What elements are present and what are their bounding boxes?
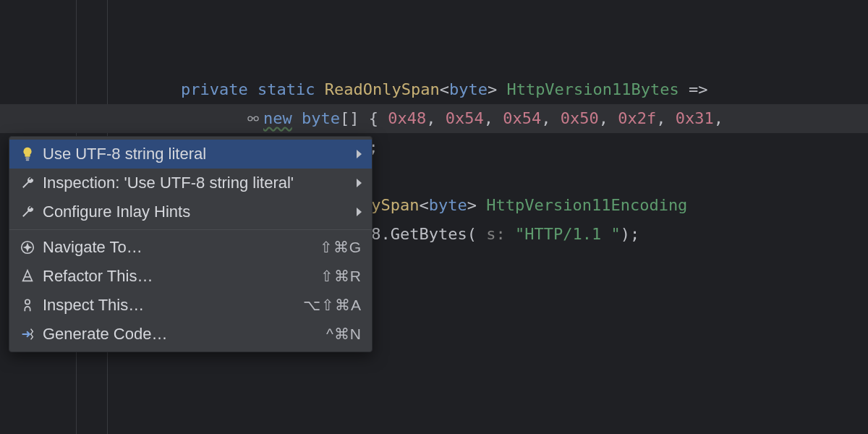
svg-point-2	[248, 116, 252, 121]
code-line-highlighted: new byte[] { 0x48, 0x54, 0x54, 0x50, 0x2…	[0, 104, 868, 133]
menu-item-refactor-this[interactable]: Refactor This… ⇧⌘R	[9, 262, 372, 291]
menu-item-use-utf8[interactable]: Use UTF-8 string literal	[9, 140, 372, 169]
keyword: new	[263, 109, 292, 127]
compass-icon	[20, 239, 35, 255]
svg-point-3	[254, 116, 258, 121]
menu-item-label: Generate Code…	[43, 325, 319, 344]
keyword: private	[181, 80, 248, 98]
menu-item-configure-inlay[interactable]: Configure Inlay Hints	[9, 197, 372, 226]
submenu-arrow-icon	[357, 179, 362, 187]
menu-item-navigate-to[interactable]: Navigate To… ⇧⌘G	[9, 233, 372, 262]
menu-separator	[9, 229, 372, 230]
menu-item-label: Navigate To…	[43, 238, 312, 257]
menu-item-generate-code[interactable]: Generate Code… ^⌘N	[9, 320, 372, 349]
bulb-icon	[20, 146, 35, 162]
shortcut: ^⌘N	[326, 326, 362, 343]
inspect-icon	[20, 297, 35, 313]
shortcut: ⌥⇧⌘A	[303, 297, 362, 314]
menu-item-label: Configure Inlay Hints	[43, 203, 341, 221]
menu-item-label: Use UTF-8 string literal	[43, 145, 341, 163]
shortcut: ⇧⌘G	[320, 239, 362, 256]
svg-point-8	[25, 299, 30, 304]
submenu-arrow-icon	[357, 208, 362, 216]
wrench-icon	[20, 204, 35, 220]
recursion-icon	[246, 106, 260, 121]
submenu-arrow-icon	[357, 150, 362, 158]
type: ReadOnlySpan	[325, 80, 440, 98]
inlay-hint: s:	[477, 225, 515, 243]
menu-item-label: Inspect This…	[43, 296, 296, 315]
intention-menu: Use UTF-8 string literal Inspection: 'Us…	[9, 136, 373, 352]
identifier: HttpVersion11Bytes	[506, 80, 678, 98]
menu-item-inspect-this[interactable]: Inspect This… ⌥⇧⌘A	[9, 291, 372, 320]
cone-icon	[20, 268, 35, 284]
svg-rect-5	[26, 159, 30, 161]
menu-item-inspection[interactable]: Inspection: 'Use UTF-8 string literal'	[9, 169, 372, 197]
keyword: static	[258, 80, 315, 98]
code-line: private static ReadOnlySpan<byte> HttpVe…	[0, 75, 868, 104]
menu-item-label: Refactor This…	[43, 267, 313, 286]
wrench-icon	[20, 175, 35, 191]
generate-icon	[20, 326, 35, 342]
menu-item-label: Inspection: 'Use UTF-8 string literal'	[43, 174, 341, 192]
shortcut: ⇧⌘R	[320, 268, 362, 285]
svg-rect-4	[25, 158, 30, 159]
